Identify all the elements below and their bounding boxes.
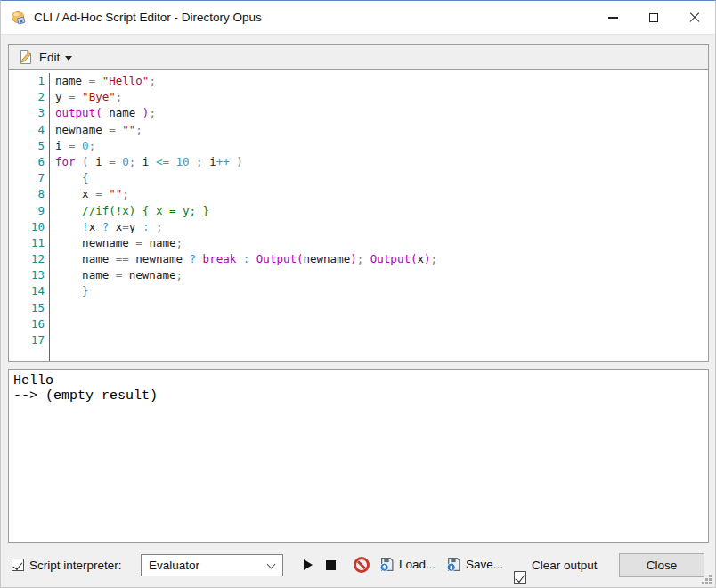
line-number: 13 — [9, 267, 45, 283]
floppy-save-icon — [446, 557, 461, 572]
line-number: 1 — [9, 73, 45, 89]
stop-button[interactable] — [326, 560, 336, 570]
save-button-label: Save... — [466, 558, 503, 571]
line-number: 3 — [9, 105, 45, 121]
line-number: 4 — [9, 122, 45, 138]
code-line: newname = name; — [55, 235, 708, 251]
code-line: name == newname ? break : Output(newname… — [55, 251, 708, 267]
code-line — [55, 300, 708, 316]
window: CLI / Ad-Hoc Script Editor - Directory O… — [0, 0, 716, 588]
abort-button[interactable] — [354, 557, 370, 573]
no-entry-icon — [354, 557, 370, 573]
clear-output-checkbox[interactable] — [514, 571, 526, 584]
edit-pencil-icon — [18, 49, 34, 65]
editor-toolbar: Edit — [9, 45, 708, 70]
code-line: i = 0; — [55, 138, 708, 154]
code-line: name = "Hello"; — [55, 73, 708, 89]
code-line — [55, 332, 708, 348]
edit-menu-label: Edit — [39, 51, 60, 64]
code-line: !x ? x=y : ; — [55, 219, 708, 235]
code-line: { — [55, 170, 708, 186]
line-number: 16 — [9, 316, 45, 332]
code-line: //if(!x) { x = y; } — [55, 203, 708, 219]
close-icon — [689, 12, 700, 23]
line-number: 7 — [9, 170, 45, 186]
code-line: } — [55, 283, 708, 299]
load-button-label: Load... — [399, 558, 435, 571]
line-number: 9 — [9, 203, 45, 219]
code-editor[interactable]: 1234567891011121314151617 name = "Hello"… — [9, 70, 708, 361]
output-panel[interactable]: Hello--> (empty result) — [8, 369, 709, 543]
code-line: name = newname; — [55, 267, 708, 283]
window-title: CLI / Ad-Hoc Script Editor - Directory O… — [34, 11, 262, 24]
line-number: 11 — [9, 235, 45, 251]
code-line: x = ""; — [55, 186, 708, 202]
minimize-button[interactable] — [592, 1, 633, 35]
line-number: 2 — [9, 89, 45, 105]
line-number: 10 — [9, 219, 45, 235]
app-icon — [11, 10, 27, 26]
stop-icon — [326, 560, 336, 570]
interpreter-selected-value: Evaluator — [149, 559, 199, 572]
line-number: 6 — [9, 154, 45, 170]
line-number: 12 — [9, 251, 45, 267]
caret-down-icon — [65, 56, 72, 61]
run-button[interactable] — [304, 559, 313, 570]
output-line: Hello — [13, 373, 704, 388]
interpreter-select[interactable]: Evaluator — [141, 554, 283, 576]
line-number: 14 — [9, 283, 45, 299]
maximize-button[interactable] — [633, 1, 674, 35]
minimize-icon — [608, 17, 618, 18]
bottom-toolbar: Script interpreter: Evaluator Load... — [1, 548, 715, 588]
floppy-load-icon — [379, 557, 395, 572]
line-number: 8 — [9, 186, 45, 202]
code-line — [55, 316, 708, 332]
play-icon — [304, 559, 313, 570]
script-editor-panel: Edit 1234567891011121314151617 name = "H… — [8, 44, 709, 362]
line-number-gutter: 1234567891011121314151617 — [9, 73, 50, 361]
close-window-button[interactable] — [674, 1, 715, 35]
chevron-down-icon — [267, 559, 276, 568]
close-button[interactable]: Close — [619, 553, 704, 577]
code-line: y = "Bye"; — [55, 89, 708, 105]
clear-output-label: Clear output — [532, 559, 598, 572]
maximize-icon — [649, 13, 658, 22]
titlebar: CLI / Ad-Hoc Script Editor - Directory O… — [1, 1, 715, 35]
script-interpreter-label: Script interpreter: — [29, 559, 122, 572]
code-line: for ( i = 0; i <= 10 ; i++ ) — [55, 154, 708, 170]
code-text[interactable]: name = "Hello";y = "Bye";output( name );… — [50, 73, 708, 361]
resize-grip[interactable] — [701, 574, 712, 584]
load-button[interactable]: Load... — [379, 557, 435, 572]
save-button[interactable]: Save... — [446, 557, 503, 572]
edit-menu-button[interactable]: Edit — [9, 45, 81, 69]
window-controls — [592, 1, 715, 35]
line-number: 15 — [9, 300, 45, 316]
code-line: output( name ); — [55, 105, 708, 121]
code-line: newname = ""; — [55, 122, 708, 138]
output-line: --> (empty result) — [13, 388, 704, 404]
line-number: 17 — [9, 332, 45, 348]
line-number: 5 — [9, 138, 45, 154]
script-interpreter-checkbox[interactable] — [12, 559, 24, 571]
